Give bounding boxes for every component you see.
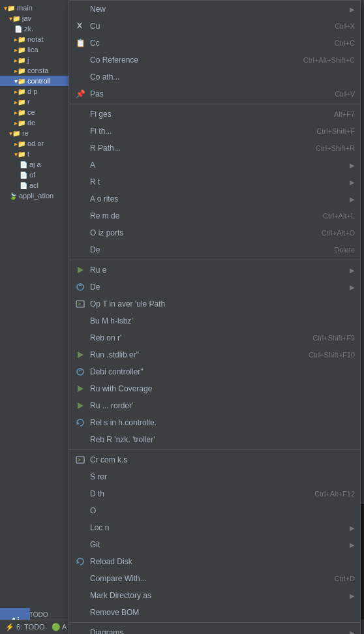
reformat-label: Re m de <box>90 211 310 220</box>
folder-icon: ▸📁 <box>14 109 25 116</box>
menu-item-reload-disk[interactable]: Reload Disk <box>69 553 360 570</box>
open2-label: O <box>90 506 355 515</box>
cut-icon <box>74 20 86 32</box>
menu-item-copy-reference[interactable]: Co ReferenceCtrl+Alt+Shift+C <box>69 52 360 68</box>
menu-item-debug[interactable]: De▶ <box>69 279 360 295</box>
run-icon <box>74 264 86 276</box>
menu-item-find-in[interactable]: Fi th...Ctrl+Shift+F <box>69 123 360 140</box>
context-menu: New▶CuCtrl+X📋CcCtrl+CCo ReferenceCtrl+Al… <box>68 0 361 634</box>
sidebar-item-jav[interactable]: ▾📁 jav <box>0 13 71 23</box>
remove-bom-icon <box>74 607 86 618</box>
run-stdlib-icon <box>74 349 86 361</box>
menu-item-cut[interactable]: CuCtrl+X <box>69 18 360 35</box>
debug-controller-label: Debi controller" <box>90 367 355 376</box>
menu-item-add-to-fav[interactable]: A o rites▶ <box>69 190 360 207</box>
sidebar-item-acl[interactable]: 📄 acl <box>0 180 71 190</box>
diagrams-label: Diagrams <box>90 628 344 634</box>
open-terminal-icon <box>74 298 86 310</box>
remove-bom-label: Remove BOM <box>90 608 355 617</box>
menu-item-run-stdlib[interactable]: Run .stdlib er"Ctrl+Shift+F10 <box>69 346 360 363</box>
folder-icon: ▸📁 <box>14 57 25 64</box>
sidebar-item-lica[interactable]: ▸📁 lica <box>0 44 71 55</box>
reload-disk-label: Reload Disk <box>90 557 355 566</box>
optimize-shortcut: Ctrl+Alt+O <box>322 229 355 237</box>
menu-separator <box>69 622 360 623</box>
statusbar-todo[interactable]: ⚡ 6: TODO <box>5 623 45 631</box>
sidebar-item-of[interactable]: 📄 of <box>0 170 71 180</box>
sidebar-item-j[interactable]: ▸📁 j <box>0 55 71 65</box>
reload-in-label: Rel s in h.controlle. <box>90 418 355 427</box>
menu-item-new[interactable]: New▶ <box>69 1 360 18</box>
menu-item-reformat[interactable]: Re m deCtrl+Alt+L <box>69 207 360 224</box>
find-usages-shortcut: Alt+F7 <box>334 110 355 118</box>
folder-icon: ▾📁 <box>14 151 25 158</box>
local-history-icon <box>74 522 86 534</box>
compare-with-shortcut: Ctrl+D <box>335 575 355 582</box>
delete-icon <box>74 244 86 256</box>
menu-item-local-history[interactable]: Loc n▶ <box>69 519 360 536</box>
menu-item-find-usages[interactable]: Fi gesAlt+F7 <box>69 106 360 123</box>
menu-item-git[interactable]: Git▶ <box>69 536 360 553</box>
menu-item-remove-bom[interactable]: Remove BOM <box>69 604 360 621</box>
debug-arrow-icon: ▶ <box>350 284 355 291</box>
copy-reference-label: Co Reference <box>90 55 290 65</box>
sidebar-item-notat[interactable]: ▸📁 notat <box>0 34 71 44</box>
folder-icon: ▸📁 <box>14 140 25 147</box>
menu-item-delete[interactable]: DeDelete <box>69 241 360 258</box>
menu-item-copy[interactable]: 📋CcCtrl+C <box>69 35 360 52</box>
menu-item-diagrams[interactable]: Diagrams▶ <box>69 624 360 634</box>
menu-item-create[interactable]: Cr com k.s <box>69 451 360 468</box>
add-to-fav-label: A o rites <box>90 194 344 204</box>
copy-path-label: Co ath... <box>90 72 355 82</box>
delete-shortcut: Delete <box>334 246 355 254</box>
reformat-icon <box>74 210 86 222</box>
menu-item-rebuild2[interactable]: Reb R 'nzk. 'troller' <box>69 431 360 448</box>
menu-item-refactor[interactable]: R t▶ <box>69 174 360 190</box>
menu-item-run-order[interactable]: Ru ... rorder' <box>69 397 360 414</box>
sidebar-item-consta[interactable]: ▸📁 consta <box>0 65 71 76</box>
menu-item-run-coverage[interactable]: Ru with Coverage <box>69 380 360 397</box>
sidebar-item-de[interactable]: ▸📁 de <box>0 117 71 128</box>
menu-item-paste[interactable]: 📌PasCtrl+V <box>69 85 360 102</box>
sidebar-item-application[interactable]: 🍃 appli_ation <box>0 190 71 201</box>
file-icon: 📄 <box>20 161 27 168</box>
sidebar-item-re[interactable]: ▾📁 re <box>0 128 71 138</box>
cut-label: Cu <box>90 22 322 31</box>
menu-item-debug-controller[interactable]: Debi controller" <box>69 363 360 380</box>
menu-item-show-explorer[interactable]: S rer <box>69 468 360 485</box>
menu-item-build[interactable]: Bu M h-lsbz' <box>69 312 360 329</box>
cut-shortcut: Ctrl+X <box>335 22 355 30</box>
sidebar-item-r[interactable]: ▸📁 r <box>0 97 71 107</box>
sidebar-item-aj[interactable]: 📄 aj a <box>0 159 71 170</box>
paste-icon: 📌 <box>74 88 86 100</box>
build-icon <box>74 315 86 327</box>
mark-dir-icon <box>74 590 86 601</box>
menu-item-rebuild[interactable]: Reb on r'Ctrl+Shift+F9 <box>69 329 360 346</box>
menu-separator <box>69 449 360 450</box>
menu-item-compare-with[interactable]: Compare With...Ctrl+D <box>69 570 360 587</box>
menu-item-open2[interactable]: O <box>69 502 360 519</box>
menu-item-open-terminal[interactable]: Op T in aver 'ule Path <box>69 295 360 312</box>
sidebar-item-zk[interactable]: 📄 zk. <box>0 23 71 34</box>
menu-item-run[interactable]: Ru e▶ <box>69 262 360 279</box>
file-icon: 📄 <box>14 25 22 33</box>
menu-item-analyze[interactable]: A▶ <box>69 157 360 174</box>
menu-item-mark-dir[interactable]: Mark Directory as▶ <box>69 587 360 604</box>
menu-item-copy-path[interactable]: Co ath... <box>69 68 360 85</box>
sidebar-item-t[interactable]: ▾📁 t <box>0 149 71 159</box>
sidebar-item-ce[interactable]: ▸📁 ce <box>0 107 71 117</box>
menu-item-deploy[interactable]: D thCtrl+Alt+F12 <box>69 485 360 502</box>
delete-label: De <box>90 245 321 254</box>
menu-item-optimize[interactable]: O iz portsCtrl+Alt+O <box>69 224 360 241</box>
sidebar: ▾📁 main ▾📁 jav 📄 zk. ▸📁 notat ▸📁 lica ▸📁… <box>0 0 72 634</box>
sidebar-item-controll[interactable]: ▾📁 controll <box>0 76 71 86</box>
deploy-icon <box>74 488 86 500</box>
rebuild2-icon <box>74 434 86 445</box>
menu-item-reload-in[interactable]: Rel s in h.controlle. <box>69 414 360 431</box>
sidebar-item-od[interactable]: ▸📁 od or <box>0 138 71 149</box>
create-icon <box>74 454 86 466</box>
sidebar-item-dp[interactable]: ▸📁 d p <box>0 86 71 97</box>
menu-item-replace-in[interactable]: R Path...Ctrl+Shift+R <box>69 140 360 157</box>
sidebar-item-main[interactable]: ▾📁 main <box>0 3 71 13</box>
git-icon <box>74 539 86 551</box>
